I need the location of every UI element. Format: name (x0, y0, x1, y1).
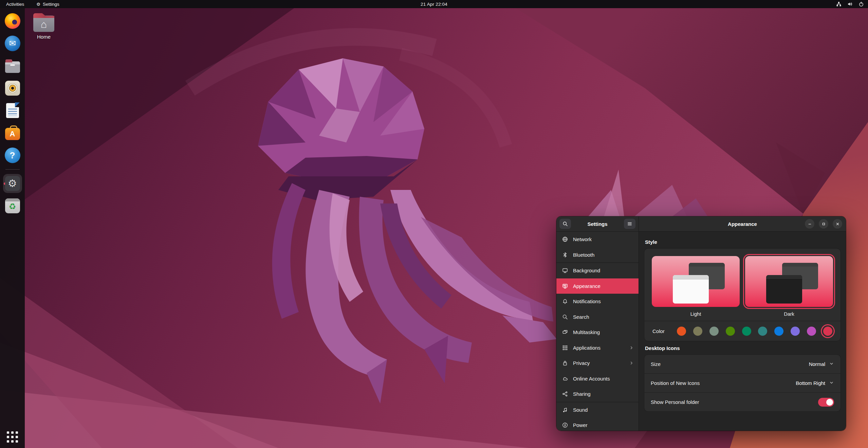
color-swatch-prussian-green[interactable] (758, 327, 767, 336)
minimize-button[interactable] (805, 219, 814, 229)
chevron-down-icon (829, 380, 834, 386)
appearance-icon (562, 283, 568, 289)
sidebar-item-multitasking[interactable]: Multitasking (556, 325, 639, 340)
desktop-icons-heading: Desktop Icons (645, 345, 840, 351)
sidebar-item-background[interactable]: Background (556, 263, 639, 278)
home-folder-icon: ⌂ (33, 16, 54, 32)
sidebar-item-search[interactable]: Search (556, 309, 639, 325)
grid-icon (562, 345, 568, 351)
ubuntu-desktop: Activities ⚙ Settings 21 Apr 22:04 ⌂ Hom… (0, 0, 868, 448)
gear-icon: ⚙ (36, 2, 40, 6)
rhythmbox-icon (5, 81, 20, 96)
cloud-icon (562, 376, 568, 382)
sidebar-item-sound[interactable]: Sound (556, 402, 639, 418)
app-menu-button[interactable]: ⚙ Settings (36, 2, 59, 7)
theme-option-dark[interactable]: Dark (745, 256, 833, 317)
dock-separator (5, 169, 20, 170)
theme-options: LightDark (644, 249, 841, 321)
color-swatch-bark[interactable] (693, 327, 702, 336)
chevron-right-icon (629, 361, 639, 366)
activities-button[interactable]: Activities (6, 2, 24, 7)
sidebar-list: NetworkBluetoothBackgroundAppearanceNoti… (556, 232, 639, 431)
toggle-switch[interactable] (818, 398, 834, 407)
sidebar-item-online-accounts[interactable]: Online Accounts (556, 371, 639, 387)
multitask-icon (562, 329, 568, 335)
color-swatch-orange[interactable] (677, 327, 686, 336)
color-swatch-magenta[interactable] (807, 327, 816, 336)
home-label: Home (32, 34, 56, 40)
theme-label: Dark (784, 311, 794, 317)
color-swatches (677, 327, 832, 336)
updater-icon (5, 198, 20, 213)
dock (0, 8, 25, 448)
theme-option-light[interactable]: Light (652, 256, 740, 317)
sidebar-item-notifications[interactable]: Notifications (556, 294, 639, 309)
row-size[interactable]: SizeNormal (644, 355, 841, 373)
files-icon (5, 61, 20, 73)
accent-color-row: Color (644, 321, 841, 341)
style-card: LightDark Color (644, 248, 841, 341)
main-header: Appearance (639, 216, 846, 232)
menu-button[interactable] (624, 219, 635, 229)
appearance-panel: Appearance Style LightDark Color Desktop… (639, 216, 846, 431)
dropdown-value[interactable]: Normal (809, 361, 834, 367)
close-button[interactable] (833, 219, 842, 229)
share-icon (562, 391, 568, 397)
note-icon (562, 407, 568, 413)
sidebar-item-sharing[interactable]: Sharing (556, 386, 639, 402)
dock-item-libreoffice-writer[interactable] (3, 101, 22, 120)
dock-item-software-updater[interactable] (3, 196, 22, 215)
sidebar-item-privacy[interactable]: Privacy (556, 355, 639, 371)
dropdown-value[interactable]: Bottom Right (796, 380, 834, 386)
color-swatch-sage[interactable] (709, 327, 719, 336)
display-icon (562, 268, 568, 273)
color-swatch-red[interactable] (823, 327, 832, 336)
color-swatch-blue[interactable] (774, 327, 783, 336)
volume-icon (847, 1, 853, 7)
house-glyph-icon: ⌂ (33, 16, 54, 32)
search-button[interactable] (559, 219, 571, 229)
dock-item-rhythmbox[interactable] (3, 79, 22, 98)
writer-icon (6, 103, 19, 118)
sidebar-title: Settings (571, 221, 624, 227)
sidebar-item-bluetooth[interactable]: Bluetooth (556, 247, 639, 263)
bell-icon (562, 298, 568, 304)
sidebar-item-network[interactable]: Network (556, 232, 639, 247)
bluetooth-icon (562, 252, 568, 258)
sidebar-item-appearance[interactable]: Appearance (556, 278, 639, 294)
wired-network-icon (836, 1, 842, 7)
sidebar-item-power[interactable]: Power (556, 417, 639, 431)
maximize-button[interactable] (819, 219, 828, 229)
lock-icon (562, 360, 568, 366)
software-icon (5, 128, 20, 140)
settings-window: Settings NetworkBluetoothBackgroundAppea… (556, 216, 846, 431)
dock-item-ubuntu-software[interactable] (3, 123, 22, 142)
row-position-of-new-icons[interactable]: Position of New IconsBottom Right (644, 373, 841, 392)
page-title: Appearance (728, 221, 757, 227)
power-icon (858, 1, 864, 7)
clock[interactable]: 21 Apr 22:04 (421, 2, 447, 7)
chevron-right-icon (629, 345, 639, 350)
help-icon (5, 148, 20, 163)
desktop-icon-home[interactable]: ⌂ Home (32, 13, 56, 40)
sidebar-header: Settings (556, 216, 639, 232)
color-swatch-purple[interactable] (791, 327, 800, 336)
dock-item-thunderbird[interactable] (3, 34, 22, 53)
color-swatch-viridian[interactable] (742, 327, 751, 336)
system-tray[interactable] (836, 1, 868, 7)
show-applications-button[interactable] (7, 431, 18, 443)
theme-preview (745, 256, 833, 307)
row-show-personal-folder[interactable]: Show Personal folder (644, 392, 841, 411)
dock-item-files[interactable] (3, 56, 22, 75)
chevron-down-icon (829, 361, 834, 367)
style-heading: Style (645, 239, 840, 245)
dock-item-settings[interactable] (3, 174, 22, 193)
dock-item-help[interactable] (3, 146, 22, 165)
settings-sidebar: Settings NetworkBluetoothBackgroundAppea… (556, 216, 639, 431)
dock-item-firefox[interactable] (3, 12, 22, 31)
search-icon (562, 314, 568, 320)
sidebar-item-applications[interactable]: Applications (556, 340, 639, 356)
firefox-icon (5, 13, 20, 29)
settings-icon (5, 176, 20, 191)
color-swatch-olive[interactable] (726, 327, 735, 336)
